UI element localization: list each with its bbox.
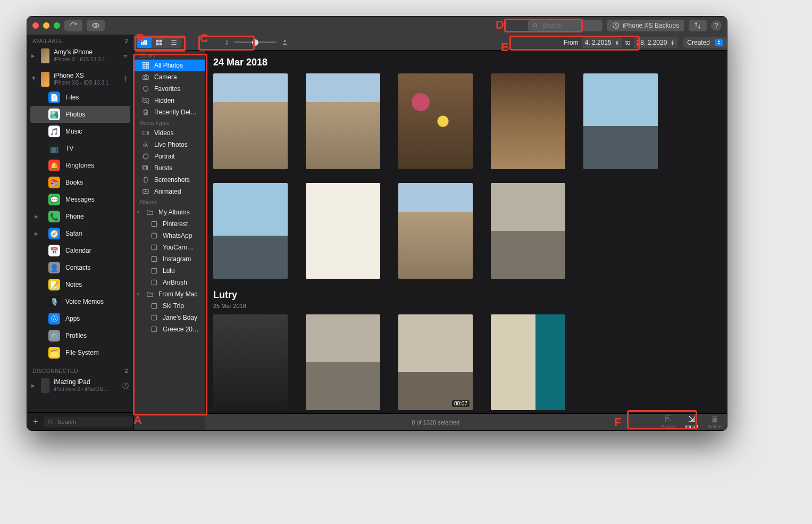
photo-thumbnail[interactable] — [213, 183, 288, 279]
sidebar-item-safari[interactable]: ▶🧭Safari — [30, 225, 130, 242]
transfers-button[interactable] — [689, 20, 707, 31]
sidebar-item-contacts[interactable]: 👤Contacts — [30, 259, 130, 276]
library-item-label: Bursts — [154, 164, 172, 172]
svg-point-20 — [143, 142, 148, 147]
delete-button[interactable]: 🗑Delete — [708, 415, 722, 429]
library-item-pinterest[interactable]: Pinterest — [134, 218, 205, 230]
sidebar-item-phone[interactable]: ▶📞Phone — [30, 208, 130, 225]
device-iphone-xs[interactable]: ▶ iPhone XS iPhone XS - iOS 13.3.1 — [27, 70, 133, 89]
from-date-field[interactable]: 4. 2.2015 ▲▼ — [582, 37, 622, 48]
photo-thumbnail[interactable] — [491, 314, 565, 410]
export-button[interactable]: ⇱Export — [661, 415, 675, 429]
sidebar-item-files[interactable]: 📄Files — [30, 89, 130, 106]
sidebar-item-ringtones[interactable]: 🔔Ringtones — [30, 157, 130, 174]
library-item-lulu[interactable]: Lulu — [134, 265, 205, 277]
to-date-field[interactable]: 28. 2.2020 ▲▼ — [634, 37, 678, 48]
library-item-camera[interactable]: Camera — [134, 71, 205, 83]
quicklook-button[interactable] — [87, 20, 105, 31]
sidebar-item-notes[interactable]: 📝Notes — [30, 276, 130, 293]
library-item-favorites[interactable]: Favorites — [134, 83, 205, 95]
chevron-down-icon[interactable]: ▼ — [136, 292, 141, 297]
library-item-animated[interactable]: Animated — [134, 186, 205, 197]
library-item-live-photos[interactable]: Live Photos — [134, 139, 205, 151]
sidebar-item-messages[interactable]: 💬Messages — [30, 191, 130, 208]
screenshot-icon — [141, 176, 150, 184]
chevron-down-icon[interactable]: ▶ — [31, 77, 37, 82]
sidebar-item-file-system[interactable]: 🗂️File System — [30, 344, 130, 361]
refresh-button[interactable] — [64, 20, 82, 31]
library-item-hidden[interactable]: Hidden — [134, 95, 205, 106]
stepper-icon[interactable]: ▲▼ — [671, 40, 674, 45]
grid-icon — [141, 61, 150, 70]
sidebar-item-music[interactable]: 🎵Music — [30, 123, 130, 140]
close-window-button[interactable] — [32, 22, 39, 29]
library-item-youcam-[interactable]: YouCam… — [134, 242, 205, 253]
photo-thumbnail[interactable] — [583, 73, 658, 169]
library-item-greece-[interactable]: Greece 20… — [134, 323, 205, 335]
annotation-e: E — [501, 40, 509, 54]
library-item-instagram[interactable]: Instagram — [134, 253, 205, 265]
device-imazing-ipad[interactable]: ▶ iMazing iPad iPad mini 2 - iPadOS… — [27, 376, 133, 395]
photo-thumbnail[interactable] — [398, 73, 473, 169]
photo-thumbnail[interactable] — [213, 73, 288, 169]
sidebar-item-books[interactable]: 📚Books — [30, 174, 130, 191]
chevron-right-icon[interactable]: ▶ — [31, 53, 37, 59]
library-item-jane-s-bday[interactable]: Jane's Bday — [134, 312, 205, 323]
add-button[interactable]: ＋ — [31, 416, 40, 427]
library-item-all-photos[interactable]: All Photos — [134, 60, 205, 71]
minimize-window-button[interactable] — [43, 22, 49, 29]
view-mode-list-icon[interactable] — [166, 37, 181, 48]
sidebar-item-voice-memos[interactable]: 🎙️Voice Memos — [30, 293, 130, 310]
library-item-bursts[interactable]: Bursts — [134, 162, 205, 174]
library-item-ski-trip[interactable]: Ski Trip — [134, 300, 205, 312]
library-item-from-my-mac[interactable]: ▼From My Mac — [134, 288, 205, 300]
library-item-portrait[interactable]: Portrait — [134, 151, 205, 162]
chevron-right-icon[interactable]: ▶ — [31, 383, 37, 388]
history-icon — [122, 382, 129, 389]
fullscreen-window-button[interactable] — [54, 22, 60, 29]
library-item-label: Portrait — [154, 153, 175, 160]
svg-point-10 — [226, 40, 228, 42]
library-item-whatsapp[interactable]: WhatsApp — [134, 230, 205, 242]
photo-thumbnail[interactable]: 00:07 — [398, 314, 473, 410]
library-item-screenshots[interactable]: Screenshots — [134, 174, 205, 186]
sort-dropdown[interactable]: Created ▲▼ — [683, 37, 727, 48]
sidebar-search[interactable] — [44, 417, 133, 427]
photo-thumbnail[interactable] — [306, 73, 380, 169]
sidebar-section-disconnected: DISCONNECTED 2 — [27, 364, 133, 376]
import-button[interactable]: ⇲Import — [684, 415, 698, 429]
sidebar-search-input[interactable] — [56, 418, 132, 426]
library-item-airbrush[interactable]: AirBrush — [134, 277, 205, 288]
thumbnail-size-range[interactable] — [234, 41, 277, 43]
global-search-input[interactable] — [541, 21, 598, 30]
svg-rect-13 — [146, 63, 148, 65]
camera-icon — [141, 73, 150, 81]
library-item-recently-del-[interactable]: Recently Del… — [134, 106, 205, 118]
global-search[interactable] — [528, 20, 602, 31]
folder-icon — [146, 208, 154, 217]
chevron-down-icon[interactable]: ▼ — [136, 210, 141, 215]
library-item-videos[interactable]: Videos — [134, 127, 205, 139]
view-mode-grid-icon[interactable] — [152, 37, 166, 48]
photo-thumbnail[interactable] — [213, 314, 288, 410]
backups-button[interactable]: iPhone XS Backups — [607, 20, 684, 31]
photo-thumbnail[interactable] — [398, 183, 473, 279]
svg-rect-6 — [156, 39, 159, 42]
thumbnail-size-slider[interactable] — [224, 38, 289, 46]
app-icon: 💬 — [48, 194, 60, 205]
photo-thumbnail[interactable] — [491, 183, 565, 279]
photo-grid-scroll[interactable]: 24 Mar 2018Lutry25 Mar 201800:07 — [205, 51, 727, 413]
svg-rect-26 — [152, 233, 156, 238]
stepper-icon[interactable]: ▲▼ — [615, 40, 619, 45]
sidebar-item-profiles[interactable]: ⚙️Profiles — [30, 327, 130, 344]
sidebar-item-calendar[interactable]: 📅Calendar — [30, 242, 130, 259]
photo-thumbnail[interactable] — [306, 314, 380, 410]
sidebar-item-photos[interactable]: 🏞️Photos — [30, 106, 130, 123]
photo-thumbnail[interactable] — [491, 73, 565, 169]
photo-thumbnail[interactable] — [306, 183, 380, 279]
sidebar-item-tv[interactable]: 📺TV — [30, 140, 130, 157]
library-item-my-albums[interactable]: ▼My Albums — [134, 206, 205, 218]
sidebar-item-apps[interactable]: ⒶApps — [30, 310, 130, 327]
device-amys-iphone[interactable]: ▶ Amy's iPhone iPhone X - iOS 13.3.1 — [27, 46, 133, 65]
help-button[interactable]: ? — [711, 20, 722, 31]
